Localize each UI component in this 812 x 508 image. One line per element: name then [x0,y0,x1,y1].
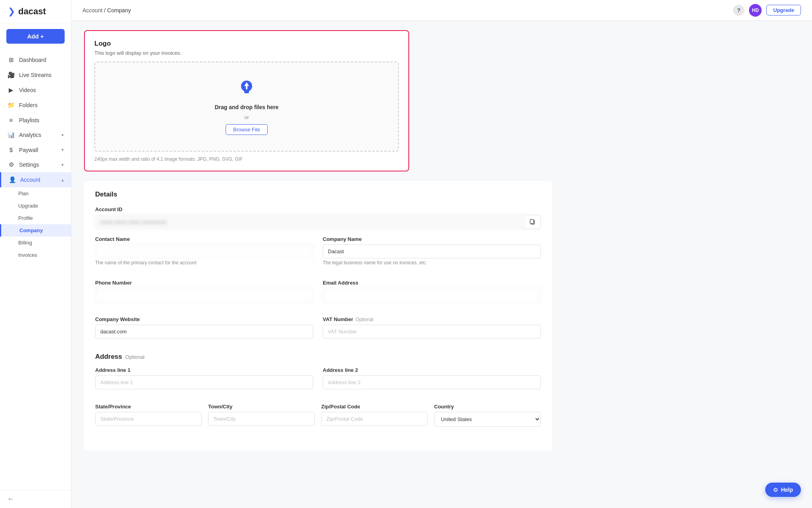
folders-icon: 📁 [7,102,15,109]
dropzone-label: Drag and drop files here [214,104,278,110]
sidebar-item-label: Paywall [19,147,38,153]
back-button[interactable]: ← [7,495,14,503]
country-select[interactable]: United States [434,412,541,427]
breadcrumb: Account / Company [82,7,131,13]
email-label: Email Address [323,280,541,286]
analytics-icon: 📊 [7,131,15,139]
sidebar-item-label: Videos [19,87,36,93]
sidebar-bottom: ← [0,490,71,508]
main-content: Account / Company ? HD Upgrade Logo This… [71,0,812,508]
phone-input[interactable] [95,288,313,302]
state-city-zip-country-row: State/Province Town/City Zip/Postal Code… [95,404,541,434]
logo-format-hint: 240px max width and ratio of 4:1 image f… [94,156,399,162]
website-input[interactable] [95,325,313,339]
svg-rect-5 [530,219,534,223]
help-circle-icon: ⊙ [773,487,778,493]
phone-label: Phone Number [95,280,313,286]
dashboard-icon: ⊞ [7,56,15,64]
account-id-row [95,215,541,229]
sidebar-item-label: Playlists [19,117,39,123]
sidebar-item-profile[interactable]: Profile [0,212,71,224]
dacast-logo-icon: ❯ [8,6,15,17]
sidebar-item-billing[interactable]: Billing [0,237,71,249]
copy-button[interactable] [525,215,541,229]
address-line1-label: Address line 1 [95,367,313,373]
email-field: Email Address [323,280,541,302]
sidebar-item-videos[interactable]: ▶ Videos [0,83,71,98]
chevron-down-icon: ▾ [61,147,64,152]
sidebar-item-folders[interactable]: 📁 Folders [0,98,71,113]
zip-label: Zip/Postal Code [321,404,428,410]
sidebar-item-account[interactable]: 👤 Account ▴ [0,172,71,187]
contact-name-label: Contact Name [95,236,313,242]
zip-input[interactable] [321,412,428,426]
company-name-label: Company Name [323,236,541,242]
company-name-hint: The legal business name for use on invoi… [323,260,541,266]
sidebar-item-paywall[interactable]: $ Paywall ▾ [0,142,71,157]
company-name-input[interactable] [323,244,541,258]
logo-section-title: Logo [94,40,399,48]
address-line1-input[interactable] [95,375,313,389]
logo-area: ❯ dacast [0,0,71,23]
contact-name-input[interactable] [95,244,313,258]
avatar[interactable]: HD [749,4,762,17]
account-id-label: Account ID [95,206,541,212]
sidebar-item-label: Analytics [19,132,41,138]
address-line2-label: Address line 2 [323,367,541,373]
address-line2-input[interactable] [323,375,541,389]
sidebar-item-analytics[interactable]: 📊 Analytics ▾ [0,127,71,142]
sidebar-item-label: Account [20,177,40,183]
email-input[interactable] [323,288,541,302]
add-button[interactable]: Add + [6,29,65,44]
account-id-field: Account ID [95,206,541,229]
zip-field: Zip/Postal Code [321,404,428,427]
live-streams-icon: 🎥 [7,71,15,79]
sidebar-item-upgrade[interactable]: Upgrade [0,200,71,212]
app-name: dacast [18,6,46,17]
website-field: Company Website [95,316,313,339]
contact-name-field: Contact Name The name of the primary con… [95,236,313,266]
upload-cloud-icon [237,78,256,97]
account-id-input[interactable] [95,215,525,229]
page-content: Logo This logo will display on your invo… [71,21,812,508]
address-title: Address Optional [95,353,541,361]
vat-field: VAT Number Optional [323,316,541,339]
chevron-down-icon: ▾ [61,162,64,167]
help-fab-button[interactable]: ⊙ Help [765,483,801,497]
sidebar-item-company[interactable]: Company [0,224,71,237]
details-title: Details [95,190,541,198]
browse-file-button[interactable]: Browse File [226,124,268,135]
sidebar-item-label: Live Streams [19,72,52,78]
help-icon[interactable]: ? [733,5,744,16]
sidebar-nav: ⊞ Dashboard 🎥 Live Streams ▶ Videos 📁 Fo… [0,49,71,490]
sidebar-item-dashboard[interactable]: ⊞ Dashboard [0,52,71,67]
chevron-down-icon: ▾ [61,133,64,138]
svg-rect-3 [246,85,247,89]
vat-input[interactable] [323,325,541,339]
upgrade-button[interactable]: Upgrade [766,5,801,15]
settings-icon: ⚙ [7,161,15,168]
details-section: Details Account ID Contact Name The name… [84,181,552,450]
contact-name-hint: The name of the primary contact for the … [95,260,313,266]
logo-section-subtitle: This logo will display on your invoices. [94,50,399,56]
sidebar-item-live-streams[interactable]: 🎥 Live Streams [0,67,71,83]
sidebar-item-settings[interactable]: ⚙ Settings ▾ [0,157,71,172]
address-line1-field: Address line 1 [95,367,313,389]
file-dropzone[interactable]: Drag and drop files here or Browse File [94,62,399,152]
breadcrumb-parent[interactable]: Account [82,7,103,13]
sidebar-item-playlists[interactable]: ≡ Playlists [0,113,71,127]
state-input[interactable] [95,412,202,426]
vat-label: VAT Number Optional [323,316,541,322]
sidebar-item-plan[interactable]: Plan [0,187,71,200]
sidebar-item-label: Folders [19,102,38,108]
city-label: Town/City [208,404,315,410]
sidebar-item-label: Dashboard [19,57,46,63]
sidebar-item-invoices[interactable]: Invoices [0,249,71,261]
logo-section: Logo This logo will display on your invo… [84,30,409,171]
state-field: State/Province [95,404,202,427]
website-vat-row: Company Website VAT Number Optional [95,316,541,346]
city-input[interactable] [208,412,315,426]
upload-icon-container [237,78,256,98]
sidebar: ❯ dacast Add + ⊞ Dashboard 🎥 Live Stream… [0,0,71,508]
chevron-up-icon: ▴ [61,177,64,183]
